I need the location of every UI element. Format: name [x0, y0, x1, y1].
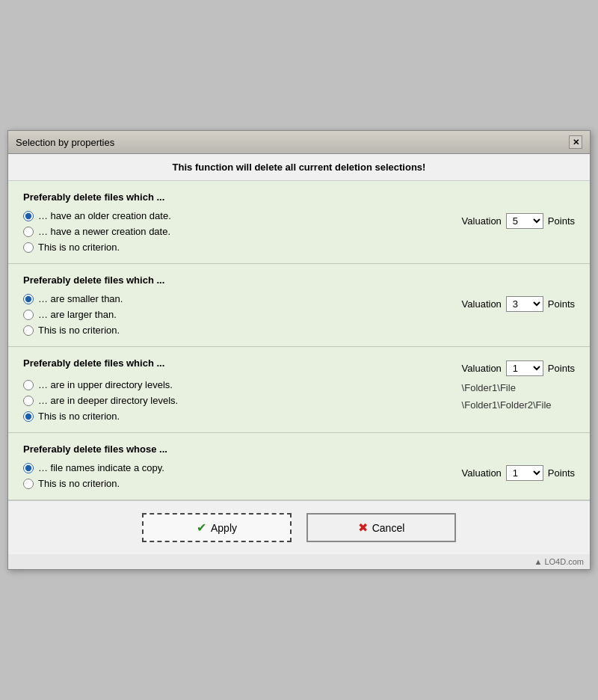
apply-button[interactable]: ✔ Apply	[142, 513, 292, 542]
window-title: Selection by properties	[16, 137, 114, 148]
path-deeper: \Folder1\Folder2\File	[462, 399, 552, 411]
dir-left: Preferably delete files which ... … are …	[23, 357, 178, 422]
radio-item-upper[interactable]: … are in upper directory levels.	[23, 379, 178, 390]
apply-label: Apply	[211, 522, 237, 534]
section-file-size: Preferably delete files which ... … are …	[8, 264, 590, 347]
radio-no-criterion-1[interactable]	[23, 242, 34, 253]
path-upper: \Folder1\File	[462, 382, 516, 393]
radio-item-no-criterion-1[interactable]: This is no criterion.	[23, 242, 171, 253]
section-body-4: … file names indicate a copy. This is no…	[23, 462, 575, 489]
radio-no-criterion-3[interactable]	[23, 411, 34, 422]
radio-item-smaller[interactable]: … are smaller than.	[23, 293, 123, 304]
radio-item-deeper[interactable]: … are in deeper directory levels.	[23, 395, 178, 406]
radio-larger[interactable]	[23, 310, 34, 320]
radio-item-no-criterion-3[interactable]: This is no criterion.	[23, 411, 178, 422]
radio-item-larger[interactable]: … are larger than.	[23, 309, 123, 320]
dir-right: Valuation 1 2345 678910 Points \Folder1\…	[462, 357, 575, 411]
radio-no-criterion-4[interactable]	[23, 479, 34, 489]
section-body-2: … are smaller than. … are larger than. T…	[23, 293, 575, 336]
footer: ✔ Apply ✖ Cancel	[8, 500, 590, 554]
title-bar: Selection by properties ✕	[8, 131, 590, 154]
radio-newer[interactable]	[23, 227, 34, 237]
valuation-select-1[interactable]: 5 1234 678910	[506, 213, 543, 229]
radio-item-copy[interactable]: … file names indicate a copy.	[23, 462, 164, 473]
radio-upper[interactable]	[23, 380, 34, 390]
valuation-select-2[interactable]: 3 1245 678910	[506, 296, 543, 312]
section-title-2: Preferably delete files which ...	[23, 274, 575, 286]
warning-message: This function will delete all current de…	[8, 154, 590, 181]
main-window: Selection by properties ✕ This function …	[7, 130, 591, 570]
radio-item-older[interactable]: … have an older creation date.	[23, 210, 171, 221]
valuation-group-2: Valuation 3 1245 678910 Points	[462, 293, 575, 312]
radio-item-no-criterion-4[interactable]: This is no criterion.	[23, 478, 164, 489]
radio-deeper[interactable]	[23, 396, 34, 406]
radio-no-criterion-2[interactable]	[23, 325, 34, 336]
watermark: ▲ LO4D.com	[8, 554, 590, 569]
apply-icon: ✔	[197, 521, 206, 535]
radio-smaller[interactable]	[23, 294, 34, 304]
section-body-3: Preferably delete files which ... … are …	[23, 357, 575, 422]
radio-group-3: … are in upper directory levels. … are i…	[23, 379, 178, 422]
cancel-icon: ✖	[358, 521, 368, 535]
section-directory: Preferably delete files which ... … are …	[8, 347, 590, 433]
radio-item-newer[interactable]: … have a newer creation date.	[23, 226, 171, 237]
radio-group-2: … are smaller than. … are larger than. T…	[23, 293, 123, 336]
valuation-group-1: Valuation 5 1234 678910 Points	[462, 210, 575, 229]
radio-copy[interactable]	[23, 463, 34, 473]
valuation-select-3[interactable]: 1 2345 678910	[506, 360, 543, 376]
content-area: Preferably delete files which ... … have…	[8, 181, 590, 500]
section-body-1: … have an older creation date. … have a …	[23, 210, 575, 253]
valuation-select-4[interactable]: 1 2345 678910	[506, 465, 543, 481]
cancel-button[interactable]: ✖ Cancel	[306, 513, 456, 542]
section-title-4: Preferably delete files whose ...	[23, 443, 575, 455]
radio-group-4: … file names indicate a copy. This is no…	[23, 462, 164, 489]
valuation-group-3: Valuation 1 2345 678910 Points	[462, 357, 575, 376]
section-file-names: Preferably delete files whose ... … file…	[8, 433, 590, 500]
radio-item-no-criterion-2[interactable]: This is no criterion.	[23, 325, 123, 336]
radio-group-1: … have an older creation date. … have a …	[23, 210, 171, 253]
close-button[interactable]: ✕	[569, 135, 582, 149]
radio-older[interactable]	[23, 211, 34, 221]
valuation-group-4: Valuation 1 2345 678910 Points	[462, 462, 575, 481]
cancel-label: Cancel	[372, 522, 405, 534]
section-creation-date: Preferably delete files which ... … have…	[8, 181, 590, 264]
section-title-1: Preferably delete files which ...	[23, 191, 575, 203]
section-title-3: Preferably delete files which ...	[23, 357, 178, 369]
